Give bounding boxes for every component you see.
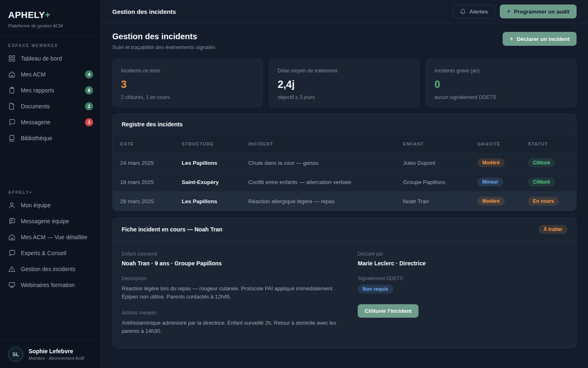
cell-enfant: Noah Tran bbox=[403, 198, 477, 204]
nav-section-label: APHELY+ bbox=[0, 187, 100, 197]
stats-row: Incidents ce mois32 clôturés, 1 en cours… bbox=[112, 59, 577, 107]
registry-title: Registre des incidents bbox=[122, 121, 183, 128]
fiche-title: Fiche incident en cours — Noah Tran bbox=[122, 226, 223, 233]
column-header: DATE bbox=[120, 141, 182, 146]
fiche-right-column: Déclaré par Marie Leclerc · Directrice S… bbox=[358, 251, 567, 336]
count-badge: 4 bbox=[85, 70, 93, 79]
sidebar-item-tableau-de-bord[interactable]: Tableau de bord bbox=[0, 50, 100, 66]
main-content: Gestion des incidents Suivi et traçabili… bbox=[101, 32, 588, 348]
gravity-badge: Modéré bbox=[477, 197, 505, 206]
stat-label: Incidents ce mois bbox=[121, 68, 254, 74]
fiche-panel-header: Fiche incident en cours — Noah Tran À tr… bbox=[113, 218, 576, 241]
stat-value: 2,4j bbox=[278, 79, 411, 90]
column-header: STATUT bbox=[528, 141, 569, 146]
user-status: Membre · Abonnement Actif bbox=[29, 356, 84, 361]
sidebar-item-mes-acm-vue-detaillee[interactable]: Mes ACM — Vue détaillée bbox=[0, 229, 100, 245]
stat-card: Incidents grave (an)0aucun signalement D… bbox=[426, 59, 577, 107]
table-row[interactable]: 24 mars 2025Les PapillonsChute dans la c… bbox=[113, 153, 576, 172]
sidebar-item-documents[interactable]: Documents2 bbox=[0, 98, 100, 114]
topbar: Gestion des incidents Alertes + Programm… bbox=[101, 0, 588, 23]
sidebar-item-label: Messagerie bbox=[21, 119, 85, 126]
status-badge: À traiter bbox=[539, 225, 567, 234]
cell-enfant: Jules Dupont bbox=[403, 160, 477, 166]
sidebar-item-mon-equipe[interactable]: Mon équipe bbox=[0, 197, 100, 213]
description-value: Réaction légère lors du repas — rougeur … bbox=[122, 285, 342, 301]
actions-field: Actions menées Antihistaminique administ… bbox=[122, 310, 349, 335]
home-icon bbox=[8, 233, 16, 241]
schedule-audit-label: Programmer un audit bbox=[514, 9, 570, 15]
cell-enfant: Groupe Papillons bbox=[403, 179, 477, 185]
stat-sub: objectif ≤ 3 jours bbox=[278, 94, 411, 100]
bell-icon bbox=[460, 9, 466, 15]
column-header: STRUCTURE bbox=[182, 141, 248, 146]
topbar-title: Gestion des incidents bbox=[112, 8, 176, 15]
sidebar-item-label: Bibliothèque bbox=[21, 135, 93, 141]
stat-card: Délai moyen de traitement2,4jobjectif ≤ … bbox=[269, 59, 420, 107]
sidebar-item-bibliotheque[interactable]: Bibliothèque bbox=[0, 130, 100, 146]
status-badge: Clôturé bbox=[528, 177, 555, 186]
enfant-value: Noah Tran · 9 ans · Groupe Papillons bbox=[122, 260, 349, 267]
sidebar-item-webinaires-formation[interactable]: Webinaires formation bbox=[0, 277, 100, 293]
cell-structure: Les Papillons bbox=[182, 160, 248, 166]
sidebar-item-label: Mes rapports bbox=[21, 87, 85, 94]
schedule-audit-button[interactable]: + Programmer un audit bbox=[500, 4, 577, 18]
declare-incident-button[interactable]: + Déclarer un incident bbox=[503, 32, 577, 46]
incident-detail-panel: Fiche incident en cours — Noah Tran À tr… bbox=[112, 218, 577, 348]
clipboard-icon bbox=[8, 87, 16, 94]
column-header: ENFANT bbox=[403, 141, 477, 146]
cell-date: 24 mars 2025 bbox=[120, 160, 182, 166]
gravity-badge: Modéré bbox=[477, 158, 505, 167]
table-row[interactable]: 28 mars 2025Les PapillonsRéaction allerg… bbox=[113, 191, 576, 211]
status-badge: Clôturé bbox=[528, 158, 555, 167]
column-header: INCIDENT bbox=[248, 141, 403, 146]
gravity-badge: Mineur bbox=[477, 177, 503, 186]
alerts-button[interactable]: Alertes bbox=[453, 5, 495, 18]
topbar-actions: Alertes + Programmer un audit bbox=[453, 4, 577, 18]
close-incident-button[interactable]: Clôturer l'incident bbox=[358, 304, 419, 318]
monitor-icon bbox=[8, 281, 16, 289]
cell-structure: Les Papillons bbox=[182, 198, 248, 204]
sidebar-item-label: Mon équipe bbox=[21, 202, 93, 209]
stat-value: 0 bbox=[434, 79, 568, 90]
file-icon bbox=[8, 103, 16, 110]
table-header-row: DATESTRUCTUREINCIDENTENFANTGRAVITÉSTATUT bbox=[113, 135, 576, 153]
sidebar-item-label: Mes ACM bbox=[21, 71, 85, 78]
page-header: Gestion des incidents Suivi et traçabili… bbox=[112, 32, 577, 50]
status-badge: En cours bbox=[528, 197, 559, 206]
logo-block: APHELY+ Plateforme de gestion ACM bbox=[0, 0, 100, 36]
alerts-label: Alertes bbox=[469, 9, 488, 15]
sidebar-item-experts-conseil[interactable]: Experts & Conseil bbox=[0, 245, 100, 261]
plus-icon: + bbox=[507, 8, 510, 15]
fiche-left-column: Enfant concerné Noah Tran · 9 ans · Grou… bbox=[122, 251, 349, 336]
chat-lines-icon bbox=[8, 218, 16, 225]
user-name: Sophie Lefebvre bbox=[29, 348, 84, 355]
sidebar-item-label: Mes ACM — Vue détaillée bbox=[21, 234, 93, 240]
declared-by-field: Déclaré par Marie Leclerc · Directrice bbox=[358, 251, 567, 267]
stat-sub: 2 clôturés, 1 en cours bbox=[121, 94, 254, 100]
sidebar-item-messagerie-equipe[interactable]: Messagerie équipe bbox=[0, 213, 100, 229]
actions-label: Actions menées bbox=[122, 310, 349, 316]
table-row[interactable]: 18 mars 2025Saint-ExupéryConflit entre e… bbox=[113, 172, 576, 191]
page-title: Gestion des incidents bbox=[112, 32, 215, 41]
nav-section-label: ESPACE MEMBRES bbox=[0, 40, 100, 50]
chat-icon bbox=[8, 249, 16, 257]
user-block[interactable]: SL Sophie Lefebvre Membre · Abonnement A… bbox=[0, 340, 100, 368]
count-badge: 3 bbox=[85, 118, 93, 126]
sidebar-item-mes-rapports[interactable]: Mes rapports8 bbox=[0, 82, 100, 98]
person-icon bbox=[8, 202, 16, 209]
stat-sub: aucun signalement DDETS bbox=[434, 94, 568, 100]
sidebar-item-gestion-des-incidents[interactable]: Gestion des incidents bbox=[0, 261, 100, 277]
actions-value: Antihistaminique administré par la direc… bbox=[122, 319, 342, 335]
cell-incident: Conflit entre enfants — altercation verb… bbox=[248, 179, 403, 185]
incident-registry-panel: Registre des incidents DATESTRUCTUREINCI… bbox=[112, 114, 577, 211]
alert-triangle-icon bbox=[8, 265, 16, 273]
plus-icon: + bbox=[510, 36, 513, 42]
sidebar-item-label: Messagerie équipe bbox=[21, 218, 93, 224]
column-header: GRAVITÉ bbox=[477, 141, 528, 146]
sidebar-item-label: Tableau de bord bbox=[21, 55, 93, 62]
sidebar: APHELY+ Plateforme de gestion ACM ESPACE… bbox=[0, 0, 101, 368]
stat-card: Incidents ce mois32 clôturés, 1 en cours bbox=[112, 59, 263, 107]
sidebar-nav: ESPACE MEMBRESTableau de bordMes ACM4Mes… bbox=[0, 36, 100, 340]
sidebar-item-mes-acm[interactable]: Mes ACM4 bbox=[0, 66, 100, 82]
sidebar-item-messagerie[interactable]: Messagerie3 bbox=[0, 114, 100, 130]
